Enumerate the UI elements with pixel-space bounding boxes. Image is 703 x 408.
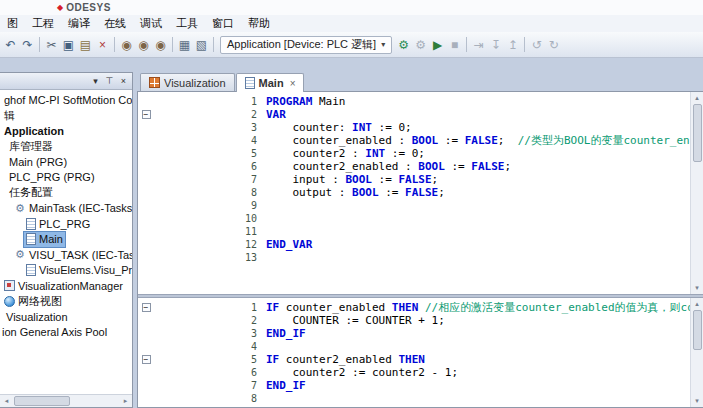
code-line[interactable]: 7END_IF: [138, 379, 703, 392]
code-line[interactable]: 7 input : BOOL := FALSE;: [138, 173, 703, 186]
cut-icon[interactable]: ✂: [43, 36, 60, 53]
generate-code-icon[interactable]: ▧: [193, 36, 210, 53]
tree-item-maintask-plc-prg[interactable]: PLC_PRG: [0, 216, 132, 232]
tree-item-label: 辑: [4, 108, 15, 123]
code-line[interactable]: 11: [138, 225, 703, 238]
find-icon[interactable]: ◉: [118, 36, 135, 53]
code-line[interactable]: 4 counter_enabled : BOOL := FALSE; //类型为…: [138, 134, 703, 147]
scrollbar-thumb[interactable]: [693, 310, 702, 350]
tab-main[interactable]: Main ×: [236, 73, 305, 92]
menu-item-build[interactable]: 编译: [61, 15, 97, 32]
code-line[interactable]: 5 counter2 : INT := 0;: [138, 147, 703, 160]
scroll-down-icon[interactable]: ▾: [691, 395, 703, 407]
tree-item-plc-logic[interactable]: 辑: [0, 108, 132, 124]
step-into-icon[interactable]: ↧: [487, 36, 504, 53]
tree-item-library-manager[interactable]: 库管理器: [0, 139, 132, 155]
tree-item-plc-prg[interactable]: PLC_PRG (PRG): [0, 170, 132, 186]
menu-item-tools[interactable]: 工具: [169, 15, 205, 32]
code-line[interactable]: 8 output : BOOL := FALSE;: [138, 186, 703, 199]
code-line[interactable]: 6 counter2_enabled : BOOL := FALSE;: [138, 160, 703, 173]
toolbar-separator: [524, 37, 525, 52]
menu-item-help[interactable]: 帮助: [241, 15, 277, 32]
declaration-editor[interactable]: 1PROGRAM Main−2VAR3 counter: INT := 0;4 …: [138, 92, 703, 294]
tree-item-maintask-main[interactable]: Main: [0, 232, 132, 248]
menu-item-project[interactable]: 工程: [25, 15, 61, 32]
redo-icon[interactable]: ↷: [19, 36, 36, 53]
tree-item-application[interactable]: Application: [0, 123, 132, 139]
step-over-icon[interactable]: ⇥: [470, 36, 487, 53]
pin-icon[interactable]: ⊤: [103, 75, 116, 88]
implementation-editor[interactable]: −1IF counter_enabled THEN //相应的激活变量count…: [138, 298, 703, 407]
close-icon[interactable]: ×: [290, 78, 296, 89]
login-icon[interactable]: ⚙: [395, 36, 412, 53]
code-line[interactable]: 2 COUNTER := COUNTER + 1;: [138, 314, 703, 327]
menu-item-online[interactable]: 在线: [97, 15, 133, 32]
tab-label: Visualization: [164, 77, 226, 89]
code-line[interactable]: 10: [138, 212, 703, 225]
tree-item-task-configuration[interactable]: 任务配置: [0, 185, 132, 201]
fold-margin: [138, 95, 154, 108]
tree-item-main-prg[interactable]: Main (PRG): [0, 154, 132, 170]
reset-warm-icon[interactable]: ↺: [528, 36, 545, 53]
tree-item-maintask[interactable]: ⚙MainTask (IEC-Tasks): [0, 201, 132, 217]
start-icon[interactable]: ▶: [429, 36, 446, 53]
code-line[interactable]: 3END_IF: [138, 327, 703, 340]
fold-toggle-icon[interactable]: −: [142, 355, 151, 364]
tree-item-device[interactable]: ghof MC-PI SoftMotion Control ): [0, 92, 132, 108]
find-replace-icon[interactable]: ◉: [135, 36, 152, 53]
tab-visualization[interactable]: Visualization: [140, 73, 235, 91]
menu-item-view[interactable]: 图: [0, 15, 25, 32]
code-line[interactable]: 3 counter: INT := 0;: [138, 121, 703, 134]
menu-item-window[interactable]: 窗口: [205, 15, 241, 32]
reset-cold-icon[interactable]: ↻: [545, 36, 562, 53]
toolbar-separator: [466, 37, 467, 52]
fold-margin: [138, 186, 154, 199]
code-line[interactable]: −5IF counter2_enabled THEN: [138, 353, 703, 366]
tree-item-label: ion General Axis Pool: [2, 326, 107, 338]
program-icon: [245, 77, 255, 89]
scrollbar-thumb[interactable]: [14, 396, 70, 406]
code-line[interactable]: 9: [138, 199, 703, 212]
fold-margin: [138, 199, 154, 212]
code-line[interactable]: 13: [138, 251, 703, 264]
scroll-up-icon[interactable]: ▴: [691, 298, 703, 310]
code-line[interactable]: 1PROGRAM Main: [138, 95, 703, 108]
scroll-down-icon[interactable]: ▾: [691, 282, 703, 294]
editor-area: Visualization Main × 1PROGRAM Main−2VAR3…: [137, 72, 703, 408]
fold-toggle-icon[interactable]: −: [142, 303, 151, 312]
tree-item-visualization[interactable]: Visualization: [0, 309, 132, 325]
tree-item-visu-task[interactable]: ⚙VISU_TASK (IEC-Tasks): [0, 247, 132, 263]
fold-toggle-icon[interactable]: −: [142, 110, 151, 119]
scroll-right-icon[interactable]: ▸: [119, 395, 132, 408]
undo-icon[interactable]: ↶: [2, 36, 19, 53]
code-text: VAR: [266, 108, 286, 121]
code-line[interactable]: 12END_VAR: [138, 238, 703, 251]
find-all-icon[interactable]: ◉: [152, 36, 169, 53]
copy-icon[interactable]: ▣: [60, 36, 77, 53]
tree-item-label: 任务配置: [9, 185, 53, 200]
scroll-up-icon[interactable]: ▴: [691, 92, 703, 104]
scrollbar-thumb[interactable]: [693, 104, 702, 162]
code-text: counter: INT := 0;: [266, 121, 412, 134]
tree-item-web-visualization[interactable]: 网络视图: [0, 294, 132, 310]
code-line[interactable]: −1IF counter_enabled THEN //相应的激活变量count…: [138, 301, 703, 314]
code-line[interactable]: 8: [138, 392, 703, 405]
build-icon[interactable]: ▦: [176, 36, 193, 53]
code-line[interactable]: 6 counter2 := counter2 - 1;: [138, 366, 703, 379]
delete-icon[interactable]: ×: [94, 36, 111, 53]
close-icon[interactable]: ×: [117, 75, 130, 88]
application-selector[interactable]: Application [Device: PLC 逻辑] ▾: [220, 36, 392, 54]
code-line[interactable]: −2VAR: [138, 108, 703, 121]
step-out-icon[interactable]: ↥: [504, 36, 521, 53]
dropdown-icon[interactable]: ▾: [89, 75, 102, 88]
tree-item-visualization-manager[interactable]: VisualizationManager: [0, 278, 132, 294]
tree-item-visuelems-visu-prg[interactable]: VisuElems.Visu_Prg: [0, 263, 132, 279]
paste-icon[interactable]: ▤: [77, 36, 94, 53]
tree-item-softmotion-general-axis-pool[interactable]: ion General Axis Pool: [0, 325, 132, 341]
scroll-left-icon[interactable]: ◂: [0, 395, 13, 408]
menu-item-debug[interactable]: 调试: [133, 15, 169, 32]
stop-icon[interactable]: ■: [446, 36, 463, 53]
code-line[interactable]: 4: [138, 340, 703, 353]
fold-margin: [138, 238, 154, 251]
logout-icon[interactable]: ⚙: [412, 36, 429, 53]
